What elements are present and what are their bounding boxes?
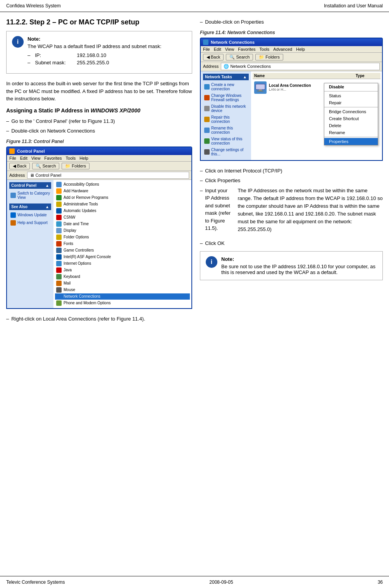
netconn-addressbar[interactable]: 🌐 Network Connections [221, 63, 380, 70]
cp-item-admin-tools[interactable]: Administrative Tools [55, 201, 190, 207]
cp-item-add-remove[interactable]: Add or Remove Programs [55, 195, 190, 201]
cp-item-csnw[interactable]: CSNW [55, 214, 190, 221]
note-label-2: Note: [221, 256, 377, 262]
nc-folders-button[interactable]: 📁 Folders [255, 54, 283, 60]
step-input-ip: Input your IP Address and subnet mask (r… [200, 187, 383, 238]
intel-asf-icon [56, 254, 62, 260]
note-box-1: i Note: The WCAP has a default fixed IP … [6, 31, 192, 74]
search-button[interactable]: 🔍 Search [32, 163, 59, 169]
cp-item-game-controllers[interactable]: Game Controllers [55, 247, 190, 253]
keyboard-icon [56, 274, 62, 279]
connection-name: Local Area Connection [269, 83, 311, 88]
note-icon-2: i [206, 256, 217, 268]
cp-item-phone-modem[interactable]: Phone and Modem Options [55, 300, 190, 306]
step-double-click-props: Double-click on Properties [200, 18, 383, 26]
nc-menu-edit[interactable]: Edit [214, 47, 221, 52]
header-right: Installation and User Manual [324, 3, 383, 9]
cp-item-add-hardware[interactable]: Add Hardware [55, 188, 190, 194]
step-item: Double-click on Network Connections [6, 127, 192, 135]
control-panel-addressbar-row: Address 🖥 Control Panel [7, 171, 191, 180]
nc-menu-help[interactable]: Help [296, 47, 305, 52]
nc-sidebar-rename[interactable]: Rename this connection [203, 125, 249, 135]
steps-right-bottom: Click on Internet Protocol (TCP/IP) Clic… [200, 167, 383, 247]
ctx-rename[interactable]: Rename [324, 129, 378, 136]
control-panel-main: Accessibility Options Add Hardware Add o… [53, 180, 191, 308]
windows-update-icon [10, 212, 16, 218]
note-text-2: Be sure not to use the IP address 192.16… [221, 264, 375, 275]
step-item-rightclick: Right-click on Local Area Connections (r… [6, 315, 192, 323]
nc-sidebar-repair[interactable]: Repair this connection [203, 114, 249, 124]
ctx-create-shortcut[interactable]: Create Shortcut [324, 115, 378, 122]
cp-item-date-time[interactable]: Date and Time [55, 221, 190, 227]
cp-item-keyboard[interactable]: Keyboard [55, 274, 190, 280]
collapse-icon2: ▲ [45, 205, 49, 209]
note-content-2: Note: Be sure not to use the IP address … [221, 256, 377, 275]
note-content-1: Note: The WCAP has a default fixed IP ad… [28, 36, 162, 69]
ctx-sep3 [324, 137, 378, 137]
netconn-title-icon [203, 40, 208, 45]
nc-back-button[interactable]: ◀ Back [203, 54, 224, 60]
sidebar-item-windows-update[interactable]: Windows Update [9, 212, 51, 219]
menu-file[interactable]: File [9, 156, 16, 160]
netconn-title: Network Connections [211, 40, 255, 45]
cp-item-network-connections[interactable]: Network Connections [55, 293, 190, 300]
cp-item-mail[interactable]: Mail [55, 280, 190, 286]
menu-help[interactable]: Help [79, 156, 88, 160]
ip-label: IP: [35, 52, 74, 58]
nc-menu-advanced[interactable]: Advanced [273, 47, 292, 52]
cp-item-mouse[interactable]: Mouse [55, 287, 190, 293]
nc-sidebar-view-status[interactable]: View status of this connection [203, 136, 249, 146]
cp-item-folder-options[interactable]: Folder Options [55, 234, 190, 240]
nc-address-label: Address [203, 64, 219, 69]
cp-item-display[interactable]: Display [55, 228, 190, 234]
nc-search-button[interactable]: 🔍 Search [226, 54, 253, 60]
display-icon [56, 228, 62, 233]
ctx-delete[interactable]: Delete [324, 122, 378, 129]
netconn-addressbar-row: Address 🌐 Network Connections [201, 62, 382, 71]
folders-button[interactable]: 📁 Folders [62, 163, 90, 169]
cp-item-intel-asf[interactable]: Intel(R) ASF Agent Console [55, 254, 190, 260]
cp-item-accessibility[interactable]: Accessibility Options [55, 181, 190, 188]
nc-sidebar-change-fw[interactable]: Change Windows Firewall settings [203, 93, 249, 103]
control-panel-toolbar: ◀ Back 🔍 Search 📁 Folders [7, 162, 191, 171]
sidebar-item-help[interactable]: Help and Support [9, 219, 51, 226]
ctx-bridge[interactable]: Bridge Connections [324, 108, 378, 115]
nc-menu-file[interactable]: File [203, 47, 210, 52]
control-panel-menubar: File Edit View Favorites Tools Help [7, 155, 191, 162]
subnet-label: Subnet mask: [35, 60, 74, 66]
netconn-toolbar: ◀ Back 🔍 Search 📁 Folders [201, 53, 382, 62]
nc-menu-tools[interactable]: Tools [260, 47, 270, 52]
ctx-repair[interactable]: Repair [324, 99, 378, 106]
cp-item-java[interactable]: Java [55, 267, 190, 273]
ctx-disable[interactable]: Disable [324, 83, 378, 90]
nc-menu-favorites[interactable]: Favorites [238, 47, 255, 52]
menu-view[interactable]: View [31, 156, 41, 160]
nc-sidebar-change-settings[interactable]: Change settings of this... [203, 147, 249, 157]
control-panel-title: Control Panel [17, 149, 45, 153]
sidebar-section-cp: Control Panel ▲ [9, 182, 51, 189]
nc-sidebar-disable[interactable]: Disable this network device [203, 103, 249, 114]
netconn-body: Network Tasks ▲ Create a new connection … [201, 71, 382, 160]
internet-options-icon [56, 261, 62, 266]
steps-left: Go to the ' Control Panel' (refer to Fig… [6, 117, 192, 135]
netconn-column-headers: Name Type [253, 73, 380, 79]
menu-tools[interactable]: Tools [66, 156, 76, 160]
cp-item-internet-options[interactable]: Internet Options [55, 260, 190, 267]
nc-collapse-icon: ▲ [243, 75, 247, 79]
cp-item-auto-updates[interactable]: Automatic Updates [55, 208, 190, 214]
ctx-properties[interactable]: Properties [324, 138, 378, 145]
back-button[interactable]: ◀ Back [9, 163, 30, 169]
network-connections-window: Network Connections File Edit View Favor… [200, 38, 383, 161]
accessibility-icon [56, 182, 62, 187]
cp-item-fonts[interactable]: Fonts [55, 241, 190, 247]
mouse-icon [56, 287, 62, 293]
game-controllers-icon [56, 248, 62, 253]
menu-favorites[interactable]: Favorites [44, 156, 62, 160]
control-panel-addressbar[interactable]: 🖥 Control Panel [27, 172, 189, 179]
nc-menu-view[interactable]: View [225, 47, 234, 52]
menu-edit[interactable]: Edit [20, 156, 28, 160]
nc-sidebar-create[interactable]: Create a new connection [203, 82, 249, 92]
svg-rect-2 [257, 91, 263, 91]
ctx-status[interactable]: Status [324, 92, 378, 99]
sidebar-item-switch-view[interactable]: Switch to Category View [9, 190, 51, 200]
